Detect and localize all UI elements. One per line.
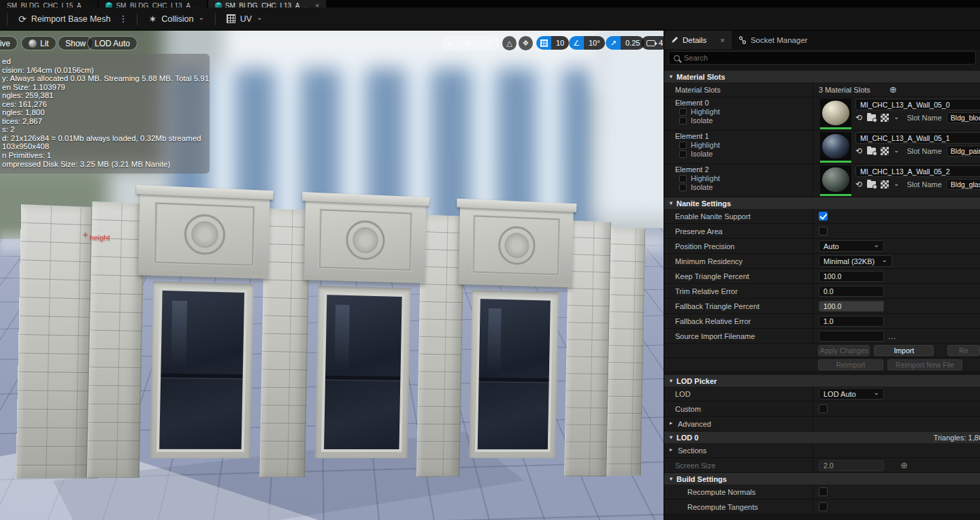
carved-cap xyxy=(459,199,574,287)
material-options-icon[interactable] xyxy=(881,114,889,122)
asset-tab-2[interactable]: SM_BLDG_CHC_L13_A_... xyxy=(99,0,206,7)
section-header-build-settings[interactable]: ▾ Build Settings xyxy=(664,473,980,485)
material-options-icon[interactable] xyxy=(881,180,889,189)
highlight-checkbox[interactable] xyxy=(679,108,687,116)
reimport-options-kebab-icon[interactable]: ⋮ xyxy=(116,14,130,24)
tab-socket-manager[interactable]: Socket Manager xyxy=(732,31,815,49)
window-glass xyxy=(321,292,405,452)
recompute-normals-checkbox[interactable] xyxy=(819,487,828,496)
material-thumbnail[interactable] xyxy=(820,99,851,127)
section-header-lod-picker[interactable]: ▾ LOD Picker xyxy=(664,375,980,387)
preserve-area-checkbox[interactable] xyxy=(819,227,828,235)
world-local-space-button[interactable]: ❖ xyxy=(519,36,533,50)
chevron-down-icon[interactable]: ⌄ xyxy=(894,180,899,187)
expand-triangle-icon: ▾ xyxy=(670,378,672,384)
material-thumbnail[interactable] xyxy=(820,132,851,161)
asset-tab-1[interactable]: SM_BLDG_CHC_L15_A_... xyxy=(0,0,97,7)
transform-tools-group[interactable]: ▸ ✛ ⟳ xyxy=(441,36,500,50)
collision-menu-button[interactable]: ✶ Collision ⌄ xyxy=(144,14,208,24)
lit-sphere-icon xyxy=(29,39,37,48)
slot-name-input[interactable] xyxy=(947,179,980,190)
material-asset-field[interactable] xyxy=(855,165,980,177)
minimum-residency-dropdown[interactable]: Minimal (32KB) ⌄ xyxy=(819,255,892,267)
isolate-checkbox[interactable] xyxy=(679,184,687,191)
asset-tab-3-active[interactable]: SM_BLDG_CHC_L13_A_... × xyxy=(208,0,326,7)
material-thumbnail[interactable] xyxy=(820,165,851,194)
source-import-filename-input[interactable] xyxy=(819,331,884,342)
lod-auto-button[interactable]: LOD Auto xyxy=(87,36,137,50)
right-edge-cut-button[interactable]: Re xyxy=(947,345,980,356)
lit-mode-button[interactable]: Lit xyxy=(21,36,56,50)
keep-triangle-percent-input[interactable] xyxy=(819,271,884,282)
tab-close-icon[interactable]: × xyxy=(720,36,725,44)
fallback-triangle-percent-input[interactable] xyxy=(819,301,884,312)
position-precision-dropdown[interactable]: Auto ⌄ xyxy=(819,240,884,252)
isolate-checkbox[interactable] xyxy=(679,117,687,125)
material-options-icon[interactable] xyxy=(881,147,889,155)
expand-triangle-icon: ▾ xyxy=(670,434,672,440)
tab-close-icon[interactable]: × xyxy=(315,2,319,8)
camera-speed-value[interactable]: 4 xyxy=(659,39,663,47)
tab-details[interactable]: Details × xyxy=(664,31,732,49)
lod0-triangles-count: Triangles: 1,80 xyxy=(934,434,980,442)
rotation-snap-value[interactable]: 10° xyxy=(584,36,605,50)
use-selected-asset-icon[interactable]: ⟲ xyxy=(855,146,862,156)
material-asset-field[interactable] xyxy=(855,99,980,110)
collapsed-triangle-icon: ▸ xyxy=(670,420,672,428)
highlight-checkbox[interactable] xyxy=(679,175,687,182)
medallion-ornament xyxy=(497,225,535,265)
slot-name-input[interactable] xyxy=(947,112,980,123)
browse-file-ellipsis-button[interactable]: ... xyxy=(888,332,896,340)
rotation-snap-control[interactable]: ∠ 10° xyxy=(569,36,605,50)
import-button[interactable]: Import xyxy=(874,345,934,356)
lod-dropdown[interactable]: LOD Auto ⌄ xyxy=(819,388,884,400)
nanite-buttons-row-1: Apply Changes Import Re xyxy=(664,344,980,358)
material-sphere-preview xyxy=(822,134,849,159)
carved-cap xyxy=(304,192,427,283)
reimport-button[interactable]: Reimport xyxy=(818,359,883,370)
reimport-base-mesh-button[interactable]: ⟳ Reimport Base Mesh xyxy=(14,14,114,24)
fallback-relative-error-input[interactable] xyxy=(819,316,884,327)
grid-snap-value[interactable]: 10 xyxy=(551,36,569,50)
expand-triangle-icon: ▾ xyxy=(670,74,672,80)
trim-relative-error-input[interactable] xyxy=(819,286,884,297)
screen-size-input[interactable] xyxy=(819,460,884,471)
browse-to-asset-icon[interactable] xyxy=(867,181,876,188)
asset-tab-label: SM_BLDG_CHC_L13_A_... xyxy=(225,2,309,8)
enable-nanite-checkbox[interactable] xyxy=(819,212,828,221)
search-input[interactable] xyxy=(684,54,970,62)
socket-marker-height[interactable]: ✛ height xyxy=(83,233,110,242)
sections-row[interactable]: ▸ Sections xyxy=(664,443,980,458)
camera-speed-control[interactable]: 4 xyxy=(641,36,664,50)
surface-snap-button[interactable]: △ xyxy=(502,36,517,50)
perspective-button[interactable]: ctive xyxy=(0,36,18,50)
scale-snap-control[interactable]: ↗ 0.25 xyxy=(606,36,644,50)
element-title: Element 0 xyxy=(675,99,813,107)
chevron-down-icon[interactable]: ⌄ xyxy=(894,113,899,120)
recompute-tangents-checkbox[interactable] xyxy=(819,502,828,511)
static-mesh-wall[interactable] xyxy=(16,180,648,478)
chevron-down-icon[interactable]: ⌄ xyxy=(894,146,899,154)
asset-tab-bar: SM_BLDG_CHC_L15_A_... SM_BLDG_CHC_L13_A_… xyxy=(0,0,980,7)
3d-viewport[interactable]: ✛ height ed cision: 1/64cm (0.0156cm) y:… xyxy=(0,31,664,520)
section-header-nanite-settings[interactable]: ▾ Nanite Settings xyxy=(664,197,980,209)
search-box[interactable] xyxy=(668,51,976,65)
reimport-new-file-button[interactable]: Reimport New File xyxy=(887,359,962,370)
section-header-material-slots[interactable]: ▾ Material Slots xyxy=(664,71,980,82)
use-selected-asset-icon[interactable]: ⟲ xyxy=(855,180,862,189)
use-selected-asset-icon[interactable]: ⟲ xyxy=(855,113,862,123)
highlight-checkbox[interactable] xyxy=(679,142,687,149)
grid-snap-control[interactable]: 10 xyxy=(536,36,569,50)
custom-checkbox[interactable] xyxy=(819,404,828,413)
browse-to-asset-icon[interactable] xyxy=(867,148,876,155)
uv-menu-button[interactable]: UV ⌄ xyxy=(223,14,267,24)
add-material-slot-icon[interactable]: ⊕ xyxy=(889,84,897,95)
add-screen-size-icon[interactable]: ⊕ xyxy=(900,460,908,470)
isolate-checkbox[interactable] xyxy=(679,150,687,158)
slot-name-input[interactable] xyxy=(947,146,980,157)
browse-to-asset-icon[interactable] xyxy=(867,114,876,121)
material-asset-field[interactable] xyxy=(855,132,980,144)
section-header-lod0[interactable]: ▾ LOD 0 Triangles: 1,80 xyxy=(664,432,980,443)
advanced-row[interactable]: ▸ Advanced xyxy=(664,417,980,432)
apply-changes-button[interactable]: Apply Changes xyxy=(818,345,870,356)
